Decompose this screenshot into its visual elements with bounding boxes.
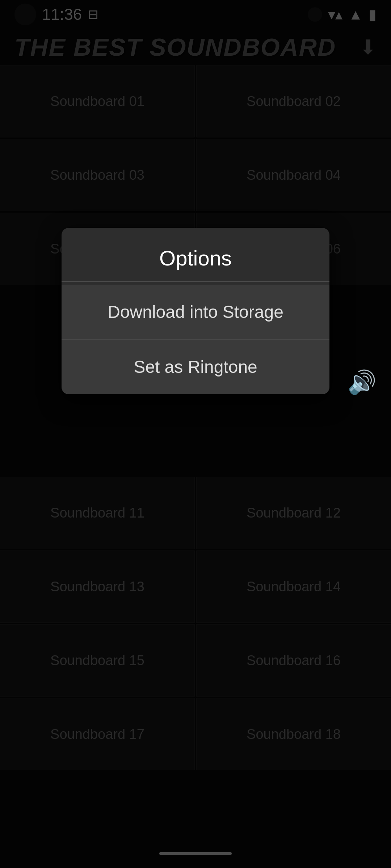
download-storage-button[interactable]: Download into Storage xyxy=(62,285,329,340)
options-modal-title: Options xyxy=(62,228,329,281)
options-divider xyxy=(62,281,329,282)
modal-overlay[interactable] xyxy=(0,0,391,868)
options-modal: Options Download into Storage Set as Rin… xyxy=(62,228,329,394)
set-ringtone-button[interactable]: Set as Ringtone xyxy=(62,340,329,394)
speaker-icon: 🔊 xyxy=(348,369,377,396)
